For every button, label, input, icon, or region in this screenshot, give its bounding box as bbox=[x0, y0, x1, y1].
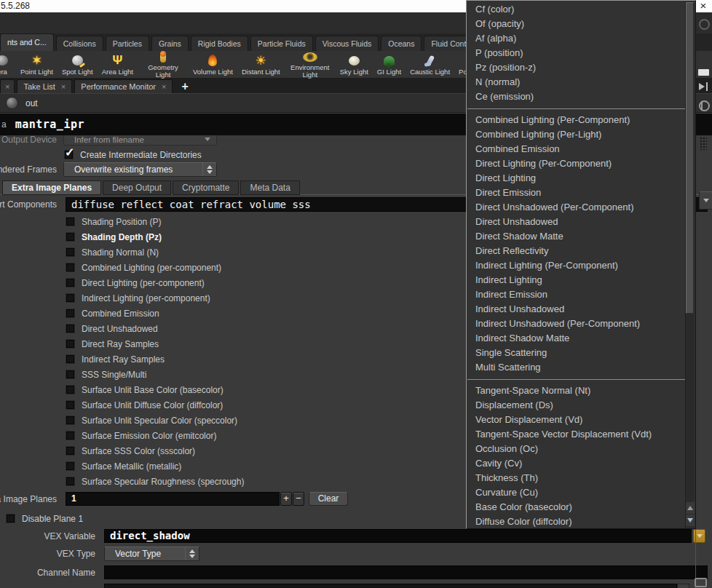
image-plane-checkbox[interactable] bbox=[66, 370, 75, 379]
create-directories-checkbox[interactable] bbox=[64, 150, 74, 159]
menu-item[interactable]: Single Scattering bbox=[467, 346, 685, 360]
menu-scrollbar[interactable] bbox=[685, 1, 695, 528]
spinner[interactable] bbox=[185, 547, 199, 560]
menu-item[interactable]: Cavity (Cv) bbox=[467, 456, 685, 471]
shelf-tab[interactable]: Rigid Bodies bbox=[191, 36, 248, 51]
menu-item[interactable]: Combined Lighting (Per-Light) bbox=[467, 127, 685, 142]
menu-item[interactable]: Multi Scattering bbox=[467, 360, 685, 375]
disable-plane-checkbox[interactable] bbox=[6, 514, 15, 523]
shelf-tool[interactable]: Geometry Light bbox=[138, 51, 189, 79]
pin-pane-icon[interactable] bbox=[699, 82, 711, 92]
shelf-tool[interactable]: Point Light bbox=[16, 51, 58, 79]
menu-item[interactable]: Combined Lighting (Per-Component) bbox=[467, 113, 685, 127]
tab-close-icon[interactable]: × bbox=[61, 83, 66, 91]
menu-item[interactable]: Pz (position-z) bbox=[467, 60, 685, 75]
folder-tab[interactable]: Extra Image Planes bbox=[2, 180, 101, 195]
menu-item[interactable]: Tangent-Space Normal (Nt) bbox=[467, 384, 685, 398]
shelf-tab[interactable]: Viscous Fluids bbox=[315, 36, 379, 51]
menu-item[interactable]: Direct Reflectivity bbox=[467, 244, 685, 258]
image-planes-count-field[interactable]: 1 bbox=[66, 492, 280, 506]
add-plane-button[interactable]: + bbox=[280, 492, 292, 506]
image-plane-checkbox[interactable] bbox=[66, 339, 75, 349]
vex-type-dropdown[interactable]: Vector Type bbox=[104, 547, 199, 561]
menu-item[interactable]: Indirect Emission bbox=[467, 287, 685, 302]
menu-item[interactable]: Cf (color) bbox=[467, 2, 685, 17]
image-plane-checkbox[interactable] bbox=[66, 416, 75, 425]
image-plane-checkbox[interactable] bbox=[66, 354, 75, 364]
image-plane-checkbox[interactable] bbox=[66, 232, 75, 242]
menu-item[interactable]: Indirect Unshadowed (Per-Component) bbox=[467, 317, 685, 331]
spinner[interactable] bbox=[202, 163, 216, 176]
scroll-up-button[interactable] bbox=[686, 502, 695, 514]
menu-item[interactable]: Curvature (Cu) bbox=[467, 485, 685, 500]
menu-item[interactable]: Base Color (basecolor) bbox=[467, 500, 685, 514]
shelf-tab[interactable]: Grains bbox=[151, 36, 189, 51]
radial-menu-icon[interactable] bbox=[699, 19, 710, 30]
menu-item[interactable]: Direct Shadow Matte bbox=[467, 229, 685, 244]
image-plane-checkbox[interactable] bbox=[66, 385, 75, 394]
link-pane-icon[interactable] bbox=[699, 100, 710, 111]
image-plane-checkbox[interactable] bbox=[66, 446, 75, 456]
shelf-tool[interactable]: Caustic Light bbox=[406, 51, 454, 79]
image-plane-checkbox[interactable] bbox=[66, 278, 75, 287]
menu-item[interactable]: Direct Lighting (Per-Component) bbox=[467, 156, 685, 171]
network-path[interactable]: out bbox=[25, 98, 38, 108]
shelf-tool[interactable]: Area Light bbox=[98, 51, 138, 79]
image-plane-checkbox[interactable] bbox=[66, 461, 75, 471]
menu-item[interactable]: Direct Lighting bbox=[467, 171, 685, 186]
shelf-tool[interactable]: Spot Light bbox=[58, 51, 98, 79]
folder-tab[interactable]: Cryptomatte bbox=[173, 180, 239, 195]
menu-item[interactable]: Ce (emission) bbox=[467, 90, 685, 104]
image-plane-checkbox[interactable] bbox=[66, 400, 75, 410]
folder-tab[interactable]: Deep Output bbox=[103, 180, 171, 195]
image-plane-checkbox[interactable] bbox=[66, 217, 75, 226]
image-plane-checkbox[interactable] bbox=[66, 263, 75, 272]
image-plane-checkbox[interactable] bbox=[66, 247, 75, 257]
pane-divider-handle[interactable] bbox=[698, 69, 709, 76]
menu-item[interactable]: Diffuse Color (diffcolor) bbox=[467, 514, 685, 528]
menu-item[interactable]: Indirect Lighting bbox=[467, 273, 685, 287]
display-icon[interactable] bbox=[695, 578, 707, 587]
shelf-tool[interactable]: era bbox=[0, 51, 16, 79]
menu-item[interactable]: Direct Unshadowed bbox=[467, 215, 685, 229]
menu-item[interactable]: Occlusion (Oc) bbox=[467, 442, 685, 456]
tab-close-icon[interactable]: × bbox=[162, 83, 166, 91]
drag-grip-icon[interactable] bbox=[700, 137, 707, 150]
tab-close-icon[interactable]: × bbox=[5, 83, 9, 91]
window-close-icon[interactable]: × bbox=[695, 0, 712, 12]
pane-menu-button[interactable] bbox=[699, 191, 712, 210]
pane-tab[interactable]: Performance Monitor × bbox=[74, 79, 173, 93]
menu-item[interactable]: Vector Displacement (Vd) bbox=[467, 413, 685, 427]
shelf-tab[interactable]: Oceans bbox=[381, 36, 422, 51]
menu-item[interactable]: P (position) bbox=[467, 46, 685, 60]
menu-item[interactable]: Tangent-Space Vector Displacement (Vdt) bbox=[467, 427, 685, 442]
shelf-tab[interactable]: nts and C... bbox=[0, 33, 54, 51]
shelf-tool[interactable]: GI Light bbox=[373, 51, 406, 79]
scrollbar-thumb[interactable] bbox=[686, 2, 694, 314]
scroll-down-button[interactable] bbox=[686, 514, 695, 526]
image-plane-checkbox[interactable] bbox=[66, 293, 75, 303]
menu-item[interactable]: N (normal) bbox=[467, 75, 685, 90]
image-plane-checkbox[interactable] bbox=[66, 431, 75, 440]
menu-item[interactable]: Direct Unshadowed (Per-Component) bbox=[467, 200, 685, 215]
pane-tab[interactable]: Take List × bbox=[17, 79, 72, 93]
image-plane-checkbox[interactable] bbox=[66, 477, 75, 486]
shelf-tab[interactable]: Collisions bbox=[56, 36, 103, 51]
shelf-tool[interactable]: Sky Light bbox=[336, 51, 373, 79]
shelf-tab[interactable]: Particle Fluids bbox=[250, 36, 313, 51]
menu-item[interactable]: Of (opacity) bbox=[467, 17, 685, 31]
shelf-tab[interactable]: Particles bbox=[106, 36, 149, 51]
channel-name-field[interactable] bbox=[104, 565, 708, 579]
remove-plane-button[interactable]: − bbox=[293, 492, 304, 506]
rendered-frames-dropdown[interactable]: Overwrite existing frames bbox=[63, 162, 217, 177]
pane-tab-partial[interactable]: × bbox=[0, 79, 15, 93]
clear-button[interactable]: Clear bbox=[309, 492, 348, 506]
network-globe-icon[interactable] bbox=[6, 97, 18, 109]
menu-item[interactable]: Displacement (Ds) bbox=[467, 398, 685, 413]
vex-variable-field[interactable]: direct_shadow bbox=[104, 529, 692, 543]
menu-item[interactable]: Indirect Unshadowed bbox=[467, 302, 685, 317]
image-plane-checkbox[interactable] bbox=[66, 324, 75, 333]
node-name-field[interactable]: mantra_ipr bbox=[15, 118, 84, 131]
menu-item[interactable]: Combined Emission bbox=[467, 142, 685, 156]
menu-item[interactable]: Direct Emission bbox=[467, 186, 685, 200]
